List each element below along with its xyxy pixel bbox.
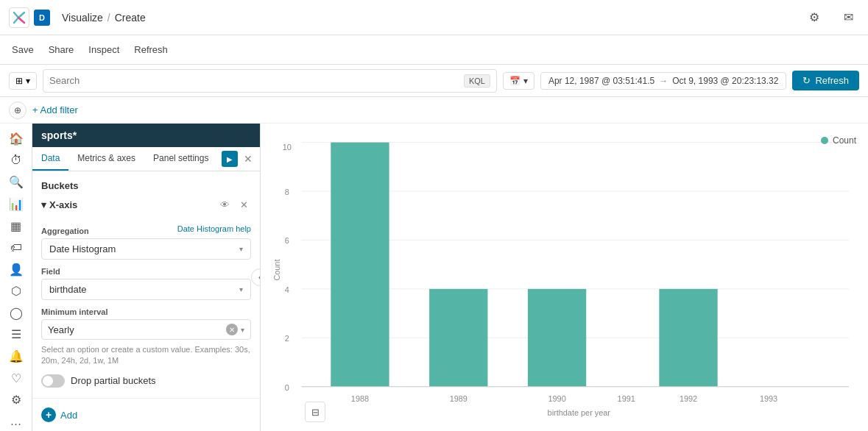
index-dropdown-icon: ▾ — [26, 76, 30, 86]
grid-icon[interactable]: ▦ — [3, 216, 29, 235]
interval-clear-button[interactable]: ✕ — [226, 324, 238, 335]
svg-text:1989: 1989 — [450, 394, 467, 403]
home-icon[interactable]: 🏠 — [3, 129, 29, 149]
add-section: + Add — [32, 398, 260, 431]
chart-area: Count 0 2 4 6 8 10 Count — [261, 124, 868, 431]
gear-settings-icon[interactable]: ⚙ — [3, 391, 29, 410]
bar-1988 — [331, 143, 389, 387]
nav-share[interactable]: Share — [49, 38, 74, 61]
tag-icon[interactable]: 🏷 — [3, 238, 29, 257]
person-icon[interactable]: 👤 — [3, 260, 29, 279]
interval-chevron: ▾ — [241, 326, 244, 334]
x-axis-label: ▾ X-axis — [41, 199, 77, 210]
legend-label: Count — [833, 135, 856, 146]
top-icons: ⚙ ✉ — [803, 7, 859, 29]
refresh-label: Refresh — [815, 75, 849, 86]
more-icon[interactable]: … — [3, 413, 29, 431]
interval-select[interactable]: Yearly ✕ ▾ — [41, 319, 251, 340]
add-label: Add — [60, 410, 77, 421]
aggregation-value: Date Histogram — [49, 243, 116, 254]
aggregation-select[interactable]: Date Histogram ▾ — [41, 238, 251, 260]
close-panel-button[interactable]: ✕ — [242, 153, 254, 165]
add-circle-icon: + — [41, 407, 56, 422]
svg-text:1988: 1988 — [351, 394, 369, 403]
filter-bar: ⊕ + Add filter — [0, 97, 868, 124]
svg-text:1992: 1992 — [680, 394, 697, 403]
search-input-area[interactable]: KQL — [43, 69, 497, 93]
search-bar: ⊞ ▾ KQL 📅 ▾ Apr 12, 1987 @ 03:51:41.5 → … — [0, 65, 868, 97]
heart-icon[interactable]: ♡ — [3, 368, 29, 388]
nav-save[interactable]: Save — [12, 38, 34, 61]
bar-chart-icon[interactable]: 📊 — [3, 195, 29, 214]
aggregation-label: Aggregation — [41, 227, 89, 235]
date-range[interactable]: Apr 12, 1987 @ 03:51:41.5 → Oct 9, 1993 … — [540, 72, 787, 90]
add-filter-button[interactable]: + Add filter — [32, 104, 78, 115]
breadcrumb: Visualize / Create — [62, 12, 146, 24]
y-axis-label: Count — [272, 260, 281, 281]
user-avatar[interactable]: D — [34, 10, 50, 26]
filter-icon-btn[interactable]: ⊕ — [9, 101, 27, 119]
date-filter[interactable]: 📅 ▾ — [503, 72, 534, 90]
drop-partial-label: Drop partial buckets — [71, 375, 156, 386]
legend-dot — [821, 137, 828, 144]
app-logo — [9, 7, 29, 28]
remove-icon[interactable]: ✕ — [236, 197, 251, 212]
aggregation-chevron: ▾ — [239, 245, 243, 253]
mail-icon[interactable]: ✉ — [837, 7, 859, 29]
aggregation-help-link[interactable]: Date Histogram help — [177, 224, 251, 233]
tab-metrics-axes[interactable]: Metrics & axes — [68, 147, 144, 171]
main-layout: 🏠 ⏱ 🔍 📊 ▦ 🏷 👤 ⬡ ◯ ☰ 🔔 ♡ ⚙ … sports* Data… — [0, 124, 868, 431]
x-axis-chevron-icon[interactable]: ▾ — [41, 199, 46, 210]
settings-icon[interactable]: ⚙ — [803, 7, 825, 29]
logo-area: D — [9, 7, 50, 28]
index-selector[interactable]: ⊞ ▾ — [9, 72, 37, 90]
interval-actions: ✕ ▾ — [226, 324, 244, 335]
nav-inspect[interactable]: Inspect — [88, 38, 119, 61]
chart-svg: 0 2 4 6 8 10 Count — [272, 135, 856, 419]
panel-title: sports* — [41, 129, 77, 141]
field-select[interactable]: birthdate ▾ — [41, 279, 251, 300]
breadcrumb-parent[interactable]: Visualize — [62, 12, 103, 24]
panel-tab-actions: ▶ Apply changes ✕ — [222, 151, 260, 167]
drop-partial-row: Drop partial buckets — [41, 374, 251, 388]
index-icon: ⊞ — [15, 76, 23, 86]
kql-badge[interactable]: KQL — [464, 74, 490, 88]
calendar-icon: 📅 — [509, 76, 521, 86]
x-axis-actions: 👁 ✕ — [217, 197, 251, 212]
visibility-icon[interactable]: 👁 — [217, 197, 232, 212]
nav-refresh[interactable]: Refresh — [134, 38, 168, 61]
panel-tabs: Data Metrics & axes Panel settings ▶ App… — [32, 147, 260, 171]
svg-text:8: 8 — [285, 188, 289, 196]
left-sidebar: 🏠 ⏱ 🔍 📊 ▦ 🏷 👤 ⬡ ◯ ☰ 🔔 ♡ ⚙ … — [0, 124, 32, 431]
field-chevron: ▾ — [239, 285, 243, 293]
table-view-icon[interactable]: ⊟ — [305, 402, 325, 422]
tab-panel-settings[interactable]: Panel settings — [144, 147, 217, 171]
search-icon[interactable]: 🔍 — [3, 173, 29, 192]
refresh-button[interactable]: ↻ Refresh — [792, 71, 859, 90]
chart-toolbar: ⊟ — [305, 402, 325, 422]
date-filter-dropdown: ▾ — [523, 76, 528, 86]
chart-legend: Count — [821, 135, 856, 146]
search-input[interactable] — [49, 75, 464, 86]
svg-text:1991: 1991 — [618, 394, 635, 403]
interval-value: Yearly — [48, 324, 226, 335]
x-axis-header: ▾ X-axis 👁 ✕ — [41, 197, 251, 212]
visualization-panel: sports* Data Metrics & axes Panel settin… — [32, 124, 261, 431]
top-bar: D Visualize / Create ⚙ ✉ — [0, 0, 868, 35]
drop-partial-toggle[interactable] — [41, 374, 65, 388]
clock-icon[interactable]: ⏱ — [3, 152, 29, 171]
layers-icon[interactable]: ☰ — [3, 325, 29, 344]
user-circle-icon[interactable]: ◯ — [3, 304, 29, 323]
panel-content: Buckets ▾ X-axis 👁 ✕ Aggregation Date Hi… — [32, 171, 260, 398]
svg-text:10: 10 — [283, 143, 292, 152]
tab-data[interactable]: Data — [32, 147, 68, 171]
puzzle-icon[interactable]: ⬡ — [3, 282, 29, 301]
alert-icon[interactable]: 🔔 — [3, 347, 29, 366]
add-button[interactable]: + Add — [41, 407, 77, 422]
svg-text:4: 4 — [285, 285, 289, 294]
breadcrumb-current: Create — [115, 12, 146, 24]
apply-changes-button[interactable]: ▶ — [222, 151, 238, 167]
date-arrow: → — [659, 76, 668, 86]
svg-text:2: 2 — [285, 334, 289, 343]
aggregation-row: Aggregation Date Histogram help — [41, 219, 251, 238]
